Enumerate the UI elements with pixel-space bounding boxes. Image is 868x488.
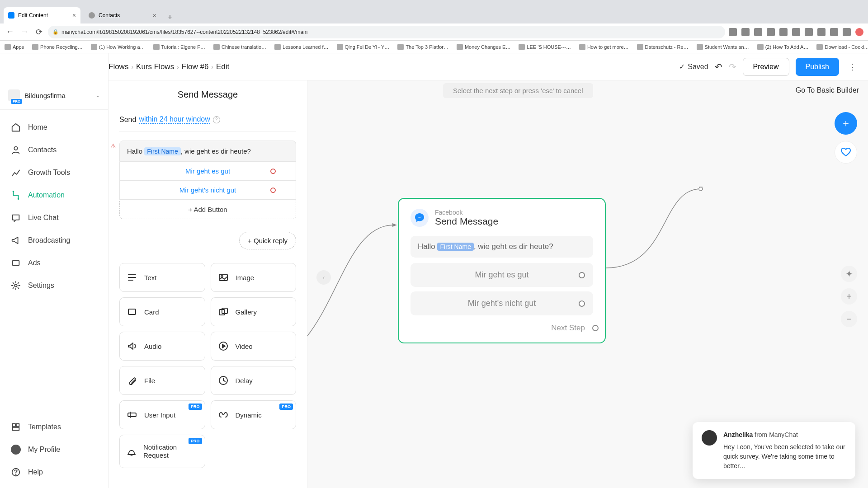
bookmark-item[interactable]: (2) How To Add A…	[757, 44, 809, 50]
add-step-fab[interactable]: ＋	[835, 112, 857, 135]
chat-widget[interactable]: Anzhelika from ManyChat Hey Leon, You've…	[693, 422, 855, 479]
variable-chip[interactable]: First Name	[144, 147, 180, 155]
delay-icon	[217, 375, 229, 386]
ext-icon[interactable]	[817, 28, 826, 36]
ext-icon[interactable]	[830, 28, 838, 36]
ext-icon[interactable]	[754, 28, 762, 36]
ext-icon[interactable]	[767, 28, 775, 36]
back-button[interactable]: ←	[5, 27, 15, 38]
reload-button[interactable]: ⟳	[33, 27, 44, 38]
sidebar-item-templates[interactable]: Templates	[0, 416, 108, 438]
ext-icon[interactable]	[729, 28, 737, 36]
message-text[interactable]: Hallo First Name, wie geht es dir heute?	[119, 141, 296, 162]
tile-audio[interactable]: Audio	[119, 332, 205, 361]
sidebar-item-broadcasting[interactable]: Broadcasting	[0, 229, 108, 252]
favorite-fab[interactable]	[835, 141, 857, 164]
breadcrumb-item[interactable]: Flows	[108, 62, 128, 71]
sidebar-item-help[interactable]: Help	[0, 461, 108, 483]
ext-icon[interactable]	[779, 28, 788, 36]
go-basic-builder-link[interactable]: Go To Basic Builder	[796, 86, 859, 94]
message-button[interactable]: Mir geht's nicht gut	[119, 181, 296, 200]
message-block[interactable]: ⚠ Hallo First Name, wie geht es dir heut…	[119, 141, 296, 219]
connector-port[interactable]	[270, 188, 276, 193]
lock-icon: 🔒	[52, 29, 59, 35]
ext-icon[interactable]	[792, 28, 800, 36]
bookmark-item[interactable]: Student Wants an…	[697, 44, 749, 50]
bookmark-item[interactable]: Chinese translatio…	[213, 44, 266, 50]
ext-icon[interactable]	[805, 28, 813, 36]
bookmark-item[interactable]: Phone Recycling…	[32, 44, 83, 50]
tile-image[interactable]: Image	[211, 263, 297, 292]
bookmark-item[interactable]: Money Changes E…	[457, 44, 511, 50]
url-bar[interactable]: 🔒 manychat.com/fb198150208192061/cms/fil…	[48, 26, 725, 38]
browser-tab-active[interactable]: Edit Content ×	[4, 7, 80, 23]
add-button[interactable]: + Add Button	[119, 200, 296, 219]
sidebar-item-contacts[interactable]: Contacts	[0, 139, 108, 161]
help-icon[interactable]: ?	[213, 116, 220, 123]
flow-node[interactable]: Facebook Send Message Hallo First Name, …	[398, 198, 606, 343]
sidebar-item-profile[interactable]: My Profile	[0, 438, 108, 461]
node-button[interactable]: Mir geht's nicht gut	[410, 291, 593, 315]
tile-file[interactable]: File	[119, 366, 205, 395]
message-button[interactable]: Mir geht es gut	[119, 162, 296, 181]
forward-button[interactable]: →	[19, 27, 30, 38]
bookmark-item[interactable]: The Top 3 Platfor…	[397, 44, 448, 50]
sidebar-item-ads[interactable]: Ads	[0, 252, 108, 274]
account-selector[interactable]: PRO Bildungsfirma ⌄	[0, 85, 108, 110]
breadcrumb-item[interactable]: Flow #6	[182, 62, 209, 71]
tab-close-icon[interactable]: ×	[72, 12, 76, 19]
tab-close-icon[interactable]: ×	[153, 12, 156, 19]
bookmark-item[interactable]: Datenschutz - Re…	[637, 44, 689, 50]
tile-dynamic[interactable]: PRODynamic	[211, 400, 297, 429]
pro-badge: PRO	[279, 404, 293, 410]
bookmark-item[interactable]: (1) How Working a…	[91, 44, 145, 50]
connector-port[interactable]	[579, 300, 585, 307]
tile-gallery[interactable]: Gallery	[211, 297, 297, 326]
node-button[interactable]: Mir geht es gut	[410, 263, 593, 287]
bookmark-item[interactable]: Apps	[5, 44, 24, 50]
account-avatar: PRO	[8, 89, 20, 101]
bookmark-item[interactable]: Qing Fei De Yi - Y…	[337, 44, 390, 50]
publish-button[interactable]: Publish	[796, 58, 839, 76]
tile-text[interactable]: Text	[119, 263, 205, 292]
tile-card[interactable]: Card	[119, 297, 205, 326]
tile-delay[interactable]: Delay	[211, 366, 297, 395]
node-message[interactable]: Hallo First Name, wie geht es dir heute?	[410, 236, 593, 258]
auto-arrange-button[interactable]: ✦	[841, 266, 857, 282]
browser-tab[interactable]: Contacts ×	[84, 7, 161, 23]
bookmark-item[interactable]: LEE 'S HOUSE---…	[519, 44, 571, 50]
connector-port[interactable]	[579, 272, 585, 278]
bookmark-item[interactable]: Download - Cooki…	[816, 44, 868, 50]
sidebar-item-automation[interactable]: Automation	[0, 184, 108, 206]
flow-canvas[interactable]: ‹ Facebook Send Message Hallo First Name…	[307, 53, 868, 488]
bookmark-item[interactable]: Tutorial: Eigene F…	[153, 44, 205, 50]
new-tab-button[interactable]: +	[164, 11, 176, 23]
undo-button[interactable]: ↶	[715, 61, 722, 72]
canvas-prev-button[interactable]: ‹	[316, 270, 331, 285]
tile-video[interactable]: Video	[211, 332, 297, 361]
sidebar-item-livechat[interactable]: Live Chat	[0, 206, 108, 229]
profile-avatar[interactable]	[855, 28, 863, 36]
connector-port[interactable]	[592, 325, 599, 331]
preview-button[interactable]: Preview	[743, 58, 789, 76]
redo-button: ↷	[729, 61, 736, 72]
node-next-step[interactable]: Next Step	[410, 324, 593, 333]
sidebar-item-settings[interactable]: Settings	[0, 274, 108, 297]
sidebar-item-growth[interactable]: Growth Tools	[0, 161, 108, 184]
more-menu-button[interactable]: ⋮	[845, 62, 859, 72]
tile-user-input[interactable]: PROUser Input	[119, 400, 205, 429]
sidebar-item-home[interactable]: Home	[0, 116, 108, 139]
send-window-setting[interactable]: Send within 24 hour window ?	[119, 112, 296, 131]
ext-icon[interactable]	[741, 28, 750, 36]
quick-reply-button[interactable]: + Quick reply	[239, 232, 296, 249]
bookmarks-bar: Apps Phone Recycling… (1) How Working a……	[0, 41, 868, 53]
send-window-link[interactable]: within 24 hour window	[139, 115, 210, 124]
connector-port[interactable]	[270, 169, 276, 174]
breadcrumb-item[interactable]: Kurs Flows	[136, 62, 174, 71]
tile-notification[interactable]: PRONotification Request	[119, 435, 205, 468]
ext-icon[interactable]	[843, 28, 851, 36]
zoom-in-button[interactable]: +	[841, 288, 857, 305]
zoom-out-button[interactable]: −	[841, 311, 857, 327]
bookmark-item[interactable]: How to get more…	[579, 44, 629, 50]
bookmark-item[interactable]: Lessons Learned f…	[274, 44, 329, 50]
